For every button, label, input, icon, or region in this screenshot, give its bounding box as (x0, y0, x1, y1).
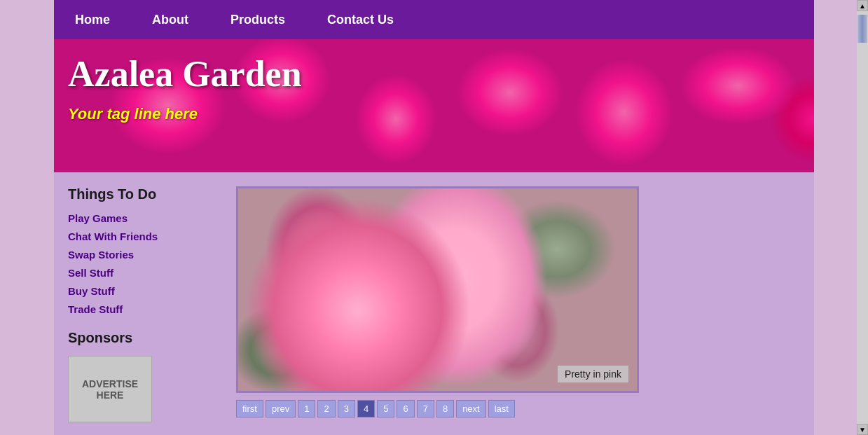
advertise-box[interactable]: ADVERTISEHERE (68, 356, 152, 422)
scroll-track (857, 11, 868, 424)
image-caption: Pretty in pink (558, 366, 628, 382)
nav-products[interactable]: Products (209, 0, 306, 39)
things-to-do-title: Things To Do (68, 186, 208, 202)
pagination-page-3[interactable]: 3 (338, 400, 355, 417)
list-item: Sell Stuff (68, 267, 208, 279)
list-item: Trade Stuff (68, 303, 208, 316)
things-to-do-list: Play Games Chat With Friends Swap Storie… (68, 212, 208, 316)
pagination-page-7[interactable]: 7 (417, 400, 434, 417)
nav-home[interactable]: Home (54, 0, 131, 39)
list-item: Chat With Friends (68, 230, 208, 243)
pagination-page-4[interactable]: 4 (357, 400, 375, 417)
scrollbar: ▲ ▼ (857, 0, 868, 435)
flower-image-container: Pretty in pink (236, 186, 639, 393)
pagination-prev[interactable]: prev (266, 400, 296, 417)
site-banner: Azalea Garden Your tag line here (54, 39, 814, 172)
pagination-page-8[interactable]: 8 (436, 400, 454, 417)
scroll-up-button[interactable]: ▲ (857, 0, 868, 11)
site-tagline: Your tag line here (68, 105, 800, 123)
list-item: Swap Stories (68, 249, 208, 261)
pagination-last[interactable]: last (488, 400, 515, 417)
site-title: Azalea Garden (68, 53, 800, 95)
list-item: Play Games (68, 212, 208, 225)
play-games-link[interactable]: Play Games (68, 212, 128, 224)
nav-contact[interactable]: Contact Us (306, 0, 415, 39)
list-item: Buy Stuff (68, 285, 208, 298)
sponsors-title: Sponsors (68, 330, 208, 346)
nav-about[interactable]: About (131, 0, 209, 39)
swap-stories-link[interactable]: Swap Stories (68, 249, 134, 261)
flower-image (238, 188, 637, 391)
banner-text-area: Azalea Garden Your tag line here (54, 39, 814, 172)
trade-stuff-link[interactable]: Trade Stuff (68, 303, 123, 315)
pagination: first prev 1 2 3 4 5 6 7 8 next last (236, 400, 800, 417)
pagination-first[interactable]: first (236, 400, 263, 417)
scroll-down-button[interactable]: ▼ (857, 424, 868, 435)
sidebar: Things To Do Play Games Chat With Friend… (54, 172, 222, 435)
pagination-page-5[interactable]: 5 (377, 400, 394, 417)
pagination-page-6[interactable]: 6 (397, 400, 414, 417)
pagination-page-1[interactable]: 1 (298, 400, 315, 417)
chat-with-friends-link[interactable]: Chat With Friends (68, 230, 158, 242)
sell-stuff-link[interactable]: Sell Stuff (68, 267, 113, 279)
scroll-thumb[interactable] (857, 15, 867, 43)
main-nav: Home About Products Contact Us (54, 0, 814, 39)
buy-stuff-link[interactable]: Buy Stuff (68, 285, 115, 297)
content-area: Pretty in pink first prev 1 2 3 4 5 6 7 … (222, 172, 814, 435)
pagination-next[interactable]: next (456, 400, 486, 417)
main-content: Things To Do Play Games Chat With Friend… (54, 172, 814, 435)
pagination-page-2[interactable]: 2 (317, 400, 335, 417)
